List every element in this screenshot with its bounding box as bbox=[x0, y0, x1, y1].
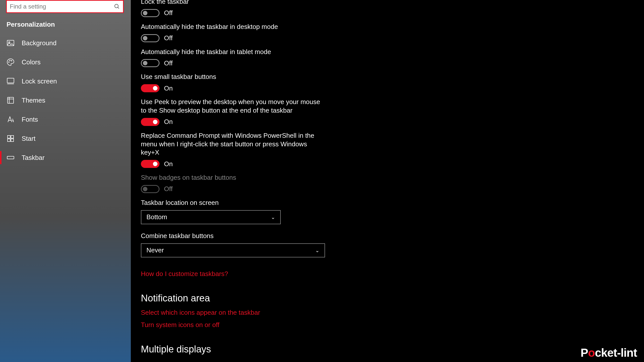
toggle-state: Off bbox=[164, 9, 173, 17]
setting-combine: Combine taskbar buttons Never ⌄ bbox=[141, 232, 634, 257]
setting-small-buttons: Use small taskbar buttons On bbox=[141, 73, 634, 92]
chevron-down-icon: ⌄ bbox=[315, 247, 319, 253]
setting-label: Replace Command Prompt with Windows Powe… bbox=[141, 131, 322, 157]
setting-label: Combine taskbar buttons bbox=[141, 232, 322, 240]
sidebar-item-lock-screen[interactable]: Lock screen bbox=[0, 72, 131, 91]
svg-rect-9 bbox=[8, 97, 14, 103]
heading-notification-area: Notification area bbox=[141, 293, 634, 304]
setting-label: Lock the taskbar bbox=[141, 0, 322, 6]
dropdown-combine[interactable]: Never ⌄ bbox=[141, 243, 325, 257]
sidebar-item-background[interactable]: Background bbox=[0, 33, 131, 53]
toggle-lock-taskbar[interactable] bbox=[141, 9, 159, 17]
taskbar-icon bbox=[7, 154, 15, 162]
setting-label: Show badges on taskbar buttons bbox=[141, 173, 322, 182]
svg-point-4 bbox=[9, 62, 9, 63]
toggle-state: On bbox=[164, 160, 173, 168]
palette-icon bbox=[7, 58, 15, 66]
sidebar-item-label: Fonts bbox=[22, 116, 38, 123]
svg-point-5 bbox=[10, 60, 10, 61]
sidebar-item-label: Lock screen bbox=[22, 77, 57, 85]
link-system-icons[interactable]: Turn system icons on or off bbox=[141, 321, 634, 329]
search-input[interactable] bbox=[10, 3, 114, 10]
search-icon bbox=[114, 4, 120, 10]
setting-lock-taskbar: Lock the taskbar Off bbox=[141, 0, 634, 17]
setting-badges: Show badges on taskbar buttons Off bbox=[141, 173, 634, 193]
dropdown-location[interactable]: Bottom ⌄ bbox=[141, 210, 281, 224]
svg-rect-7 bbox=[7, 78, 14, 83]
setting-hide-desktop: Automatically hide the taskbar in deskto… bbox=[141, 23, 634, 42]
toggle-powershell[interactable] bbox=[141, 160, 159, 168]
setting-hide-tablet: Automatically hide the taskbar in tablet… bbox=[141, 48, 634, 67]
dropdown-value: Never bbox=[146, 246, 164, 254]
svg-rect-13 bbox=[11, 139, 14, 142]
toggle-state: Off bbox=[164, 59, 173, 67]
picture-icon bbox=[7, 39, 15, 47]
sidebar-item-label: Colors bbox=[22, 58, 41, 66]
dropdown-value: Bottom bbox=[146, 213, 167, 221]
lock-screen-icon bbox=[7, 77, 15, 85]
sidebar-item-colors[interactable]: Colors bbox=[0, 53, 131, 72]
svg-rect-12 bbox=[8, 139, 10, 142]
setting-label: Use small taskbar buttons bbox=[141, 73, 322, 81]
sidebar-item-label: Taskbar bbox=[22, 154, 45, 162]
sidebar-item-themes[interactable]: Themes bbox=[0, 91, 131, 110]
setting-powershell: Replace Command Prompt with Windows Powe… bbox=[141, 131, 634, 168]
toggle-badges bbox=[141, 185, 159, 193]
setting-label: Use Peek to preview the desktop when you… bbox=[141, 98, 322, 115]
sidebar: Personalization Background Colors Lock s… bbox=[0, 0, 131, 362]
setting-location: Taskbar location on screen Bottom ⌄ bbox=[141, 199, 634, 224]
setting-label: Automatically hide the taskbar in deskto… bbox=[141, 23, 322, 31]
sidebar-item-label: Start bbox=[22, 135, 35, 143]
sidebar-item-label: Background bbox=[22, 39, 57, 47]
toggle-state: Off bbox=[164, 34, 173, 42]
setting-peek: Use Peek to preview the desktop when you… bbox=[141, 98, 634, 126]
setting-label: Automatically hide the taskbar in tablet… bbox=[141, 48, 322, 56]
svg-point-0 bbox=[115, 4, 118, 8]
watermark: Pocket-lint bbox=[581, 346, 637, 359]
toggle-hide-tablet[interactable] bbox=[141, 59, 159, 67]
sidebar-item-fonts[interactable]: Fonts bbox=[0, 110, 131, 129]
setting-label: Taskbar location on screen bbox=[141, 199, 322, 207]
heading-multiple-displays: Multiple displays bbox=[141, 344, 634, 355]
svg-rect-14 bbox=[7, 156, 14, 159]
sidebar-item-label: Themes bbox=[22, 97, 45, 104]
section-title: Personalization bbox=[0, 13, 131, 33]
svg-point-6 bbox=[11, 60, 12, 61]
toggle-state: Off bbox=[164, 185, 173, 193]
toggle-small-buttons[interactable] bbox=[141, 84, 159, 92]
toggle-peek[interactable] bbox=[141, 118, 159, 126]
svg-rect-10 bbox=[8, 135, 10, 138]
content-area: Lock the taskbar Off Automatically hide … bbox=[131, 0, 644, 362]
sidebar-item-taskbar[interactable]: Taskbar bbox=[0, 148, 131, 167]
search-box[interactable] bbox=[6, 0, 124, 13]
toggle-state: On bbox=[164, 118, 173, 126]
link-select-icons[interactable]: Select which icons appear on the taskbar bbox=[141, 309, 634, 316]
link-customize-taskbars[interactable]: How do I customize taskbars? bbox=[141, 270, 228, 278]
fonts-icon bbox=[7, 115, 15, 123]
svg-line-1 bbox=[118, 7, 119, 9]
sidebar-item-start[interactable]: Start bbox=[0, 129, 131, 148]
toggle-hide-desktop[interactable] bbox=[141, 34, 159, 42]
toggle-state: On bbox=[164, 84, 173, 92]
svg-rect-11 bbox=[11, 135, 14, 138]
start-icon bbox=[7, 134, 15, 143]
themes-icon bbox=[7, 96, 15, 104]
chevron-down-icon: ⌄ bbox=[271, 214, 275, 220]
